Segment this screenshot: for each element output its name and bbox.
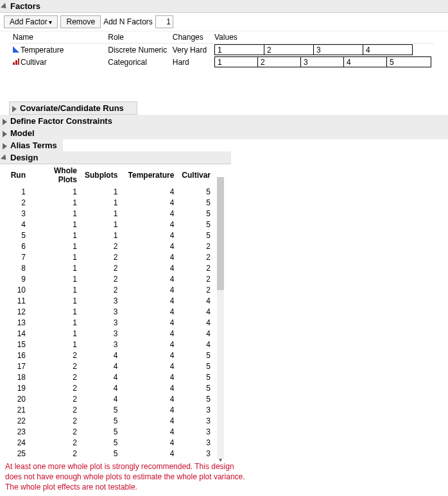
cell-cult: 5 bbox=[178, 197, 214, 208]
cell-run: 20 bbox=[4, 393, 30, 404]
add-factor-button[interactable]: Add Factor bbox=[4, 15, 58, 28]
cell-temp: 4 bbox=[121, 186, 178, 197]
value-cell[interactable]: 1 bbox=[214, 44, 264, 55]
cell-whole: 1 bbox=[30, 252, 81, 262]
cell-sub: 3 bbox=[81, 339, 121, 350]
cell-cult: 5 bbox=[178, 361, 214, 372]
factor-changes: Hard bbox=[170, 56, 212, 68]
table-row[interactable]: 172445 bbox=[4, 361, 214, 372]
remove-button[interactable]: Remove bbox=[60, 15, 101, 28]
table-row[interactable]: 41145 bbox=[4, 219, 214, 230]
cell-whole: 1 bbox=[30, 273, 81, 284]
table-row[interactable]: 21145 bbox=[4, 197, 214, 208]
table-row[interactable]: 182445 bbox=[4, 372, 214, 382]
panel-alias-header[interactable]: Alias Terms bbox=[0, 139, 63, 151]
table-row[interactable]: 192445 bbox=[4, 382, 214, 393]
cell-run: 4 bbox=[4, 219, 30, 230]
cell-sub: 4 bbox=[81, 382, 121, 393]
value-cell[interactable]: 2 bbox=[264, 44, 314, 55]
cell-temp: 4 bbox=[121, 317, 178, 328]
factor-row[interactable]: TemperatureDiscrete NumericVery Hard1234 bbox=[10, 44, 434, 56]
cell-whole: 2 bbox=[30, 393, 81, 404]
add-n-label: Add N Factors bbox=[103, 17, 153, 26]
factors-body: Name Role Changes Values TemperatureDisc… bbox=[0, 31, 448, 100]
value-cell[interactable]: 5 bbox=[386, 56, 431, 67]
cell-whole: 2 bbox=[30, 437, 81, 448]
cell-sub: 5 bbox=[81, 404, 121, 415]
table-row[interactable]: 202445 bbox=[4, 393, 214, 404]
cell-run: 9 bbox=[4, 273, 30, 284]
table-row[interactable]: 222543 bbox=[4, 415, 214, 426]
cell-sub: 5 bbox=[81, 448, 121, 459]
panel-factors-header[interactable]: Factors bbox=[0, 0, 448, 13]
factor-row[interactable]: CultivarCategoricalHard12345 bbox=[10, 56, 434, 68]
cell-run: 10 bbox=[4, 284, 30, 295]
table-row[interactable]: 131344 bbox=[4, 317, 214, 328]
table-row[interactable]: 151344 bbox=[4, 339, 214, 350]
table-row[interactable]: 91242 bbox=[4, 273, 214, 284]
table-row[interactable]: 252543 bbox=[4, 448, 214, 459]
factors-table: Name Role Changes Values TemperatureDisc… bbox=[10, 31, 434, 68]
table-row[interactable]: 141344 bbox=[4, 328, 214, 339]
cell-whole: 1 bbox=[30, 230, 81, 241]
table-row[interactable]: 232543 bbox=[4, 426, 214, 437]
col-values: Values bbox=[212, 31, 434, 44]
value-cell[interactable]: 2 bbox=[257, 56, 301, 67]
cell-run: 6 bbox=[4, 241, 30, 252]
cell-sub: 3 bbox=[81, 306, 121, 317]
cell-run: 22 bbox=[4, 415, 30, 426]
cell-temp: 4 bbox=[121, 393, 178, 404]
cell-sub: 3 bbox=[81, 328, 121, 339]
categorical-icon bbox=[13, 58, 19, 65]
cell-whole: 1 bbox=[30, 208, 81, 219]
table-row[interactable]: 81242 bbox=[4, 262, 214, 273]
cell-whole: 1 bbox=[30, 186, 81, 197]
cell-whole: 1 bbox=[30, 295, 81, 306]
cell-run: 19 bbox=[4, 382, 30, 393]
table-row[interactable]: 242543 bbox=[4, 437, 214, 448]
factor-values[interactable]: 12345 bbox=[214, 56, 431, 67]
chevron-right-icon bbox=[3, 143, 9, 150]
cell-whole: 1 bbox=[30, 328, 81, 339]
panel-design-header[interactable]: Design bbox=[0, 151, 231, 164]
panel-model-header[interactable]: Model bbox=[0, 127, 448, 139]
table-row[interactable]: 111344 bbox=[4, 295, 214, 306]
cell-cult: 2 bbox=[178, 273, 214, 284]
cell-whole: 2 bbox=[30, 415, 81, 426]
value-cell[interactable]: 4 bbox=[343, 56, 387, 67]
cell-temp: 4 bbox=[121, 306, 178, 317]
cell-cult: 5 bbox=[178, 230, 214, 241]
cell-whole: 1 bbox=[30, 197, 81, 208]
value-cell[interactable]: 4 bbox=[363, 44, 413, 55]
cell-temp: 4 bbox=[121, 361, 178, 372]
factor-values[interactable]: 1234 bbox=[214, 44, 431, 55]
cell-cult: 5 bbox=[178, 350, 214, 361]
table-row[interactable]: 212543 bbox=[4, 404, 214, 415]
table-row[interactable]: 101242 bbox=[4, 284, 214, 295]
scroll-down-icon[interactable]: ▾ bbox=[216, 455, 225, 464]
panel-covariate-header[interactable]: Covariate/Candidate Runs bbox=[9, 101, 137, 115]
cell-temp: 4 bbox=[121, 372, 178, 382]
value-cell[interactable]: 3 bbox=[300, 56, 344, 67]
add-n-input[interactable] bbox=[155, 15, 173, 28]
cell-run: 16 bbox=[4, 350, 30, 361]
table-row[interactable]: 71242 bbox=[4, 252, 214, 262]
panel-title: Design bbox=[10, 153, 38, 162]
panel-title: Factors bbox=[10, 1, 40, 11]
scrollbar-thumb[interactable] bbox=[217, 177, 224, 290]
cell-run: 1 bbox=[4, 186, 30, 197]
value-cell[interactable]: 3 bbox=[313, 44, 363, 55]
panel-constraints-header[interactable]: Define Factor Constraints bbox=[0, 115, 448, 127]
cell-cult: 2 bbox=[178, 262, 214, 273]
table-row[interactable]: 61242 bbox=[4, 241, 214, 252]
scrollbar[interactable]: ▾ bbox=[217, 177, 224, 459]
table-row[interactable]: 51145 bbox=[4, 230, 214, 241]
cell-sub: 5 bbox=[81, 426, 121, 437]
table-row[interactable]: 162445 bbox=[4, 350, 214, 361]
panel-title: Model bbox=[10, 128, 35, 138]
table-row[interactable]: 11145 bbox=[4, 186, 214, 197]
value-cell[interactable]: 1 bbox=[214, 56, 258, 67]
table-row[interactable]: 31145 bbox=[4, 208, 214, 219]
continuous-icon bbox=[13, 46, 19, 53]
table-row[interactable]: 121344 bbox=[4, 306, 214, 317]
